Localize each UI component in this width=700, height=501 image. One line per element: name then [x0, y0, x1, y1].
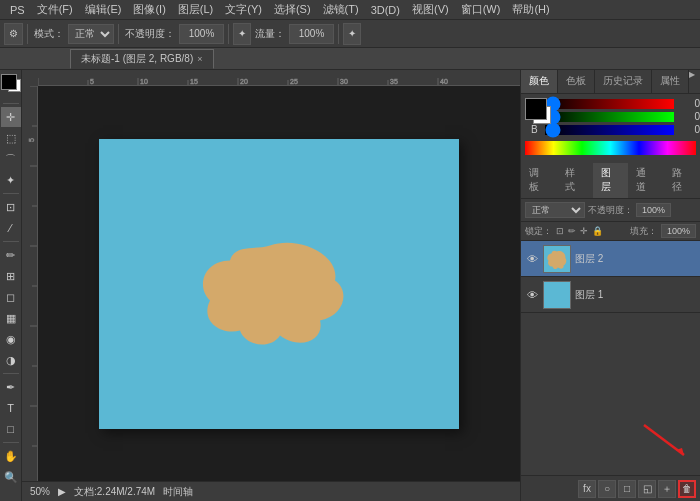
pen-tool[interactable]: ✒: [1, 377, 21, 397]
opacity-label: 不透明度：: [123, 27, 177, 41]
tab-close-btn[interactable]: ×: [197, 54, 202, 64]
layers-list: 👁 图层 2 👁 图层 1: [521, 241, 700, 475]
svg-text:15: 15: [190, 78, 198, 85]
tab-title: 未标题-1 (图层 2, RGB/8): [81, 52, 193, 66]
history-tab[interactable]: 历史记录: [595, 70, 652, 93]
mode-select[interactable]: 正常: [68, 24, 114, 44]
extra-btn[interactable]: ✦: [343, 23, 361, 45]
menu-file[interactable]: 文件(F): [31, 0, 79, 19]
red-channel: R 0: [531, 98, 700, 109]
tabbar: 未标题-1 (图层 2, RGB/8) ×: [0, 48, 700, 70]
eyedropper-tool[interactable]: ⁄: [1, 218, 21, 238]
tools-sep-2: [3, 241, 19, 242]
vertical-ruler: 5: [22, 86, 38, 481]
menu-type[interactable]: 文字(Y): [219, 0, 268, 19]
left-tools-panel: ✛ ⬚ ⌒ ✦ ⊡ ⁄ ✏ ⊞ ◻ ▦ ◉ ◑ ✒ T □ ✋ 🔍: [0, 70, 22, 501]
menu-help[interactable]: 帮助(H): [506, 0, 555, 19]
g-slider[interactable]: [545, 112, 674, 122]
delete-layer-btn[interactable]: 🗑: [678, 480, 696, 498]
lock-all-icon[interactable]: 🔒: [592, 226, 603, 236]
crop-tool[interactable]: ⊡: [1, 197, 21, 217]
new-fill-btn[interactable]: ○: [598, 480, 616, 498]
lock-move-icon[interactable]: ✛: [580, 226, 588, 236]
layer-item-2[interactable]: 👁 图层 2: [521, 241, 700, 277]
document-tab[interactable]: 未标题-1 (图层 2, RGB/8) ×: [70, 49, 214, 69]
mode-label: 模式：: [32, 27, 66, 41]
swatches-tab[interactable]: 色板: [558, 70, 595, 93]
menu-view[interactable]: 视图(V): [406, 0, 455, 19]
channels-tab[interactable]: 通道: [628, 163, 664, 198]
canvas-area: 5 10 15 20 25 30 35 40 5: [22, 70, 520, 501]
layers-bottom-bar: fx ○ □ ◱ ＋ 🗑: [521, 475, 700, 501]
flow-label: 流量：: [253, 27, 287, 41]
color-spectrum[interactable]: [525, 141, 696, 155]
canvas-document[interactable]: [99, 139, 459, 429]
lasso-tool[interactable]: ⌒: [1, 149, 21, 169]
fill-input[interactable]: [661, 224, 696, 238]
layers-tab[interactable]: 图层: [593, 163, 629, 198]
menu-3d[interactable]: 3D(D): [365, 2, 406, 18]
b-value: 0: [678, 124, 700, 135]
brush-tool[interactable]: ✏: [1, 245, 21, 265]
flow-input[interactable]: [289, 24, 334, 44]
styles-tab[interactable]: 样式: [557, 163, 593, 198]
layer-2-eye[interactable]: 👁: [525, 252, 539, 266]
type-tool[interactable]: T: [1, 398, 21, 418]
menu-layer[interactable]: 图层(L): [172, 0, 219, 19]
color-tab[interactable]: 颜色: [521, 70, 558, 93]
svg-text:30: 30: [340, 78, 348, 85]
svg-text:35: 35: [390, 78, 398, 85]
hand-tool[interactable]: ✋: [1, 446, 21, 466]
dodge-tool[interactable]: ◑: [1, 350, 21, 370]
group-btn[interactable]: ◱: [638, 480, 656, 498]
fg-swatch[interactable]: [525, 98, 547, 120]
opacity-ctrl-input[interactable]: [636, 203, 671, 217]
menu-filter[interactable]: 滤镜(T): [317, 0, 365, 19]
tool-options-btn[interactable]: ⚙: [4, 23, 23, 45]
lock-transparency-icon[interactable]: ⊡: [556, 226, 564, 236]
main-layout: ✛ ⬚ ⌒ ✦ ⊡ ⁄ ✏ ⊞ ◻ ▦ ◉ ◑ ✒ T □ ✋ 🔍 5: [0, 70, 700, 501]
ruler-corner: [22, 70, 38, 86]
layer-1-eye[interactable]: 👁: [525, 288, 539, 302]
lock-paint-icon[interactable]: ✏: [568, 226, 576, 236]
zoom-tool[interactable]: 🔍: [1, 467, 21, 487]
airbrush-btn[interactable]: ✦: [233, 23, 251, 45]
fx-button[interactable]: fx: [578, 480, 596, 498]
tools-sep-4: [3, 442, 19, 443]
eraser-tool[interactable]: ◻: [1, 287, 21, 307]
menu-image[interactable]: 图像(I): [127, 0, 171, 19]
opacity-input[interactable]: [179, 24, 224, 44]
horizontal-ruler: 5 10 15 20 25 30 35 40: [38, 70, 520, 86]
gradient-tool[interactable]: ▦: [1, 308, 21, 328]
blend-mode-select[interactable]: 正常: [525, 202, 585, 218]
menu-ps[interactable]: PS: [4, 2, 31, 18]
paths-tab[interactable]: 路径: [664, 163, 700, 198]
mask-btn[interactable]: □: [618, 480, 636, 498]
shape-tool[interactable]: □: [1, 419, 21, 439]
status-extra: 时间轴: [163, 485, 193, 499]
doc-info: 文档:2.24M/2.74M: [74, 485, 155, 499]
wand-tool[interactable]: ✦: [1, 170, 21, 190]
layers-panel-tabs: 调板 样式 图层 通道 路径: [521, 163, 700, 199]
move-tool[interactable]: ✛: [1, 107, 21, 127]
r-slider[interactable]: [545, 99, 674, 109]
properties-tab[interactable]: 属性: [652, 70, 689, 93]
adjustment-tab[interactable]: 调板: [521, 163, 557, 198]
layer-1-name: 图层 1: [575, 288, 696, 302]
b-slider[interactable]: [545, 125, 674, 135]
foreground-color-swatch[interactable]: [1, 74, 17, 90]
menu-select[interactable]: 选择(S): [268, 0, 317, 19]
r-value: 0: [678, 98, 700, 109]
marquee-tool[interactable]: ⬚: [1, 128, 21, 148]
new-layer-btn[interactable]: ＋: [658, 480, 676, 498]
layer-item-1[interactable]: 👁 图层 1: [521, 277, 700, 313]
menu-edit[interactable]: 编辑(E): [79, 0, 128, 19]
canvas-viewport[interactable]: [38, 86, 520, 481]
menu-window[interactable]: 窗口(W): [455, 0, 507, 19]
status-bar: 50% ▶ 文档:2.24M/2.74M 时间轴: [22, 481, 520, 501]
blur-tool[interactable]: ◉: [1, 329, 21, 349]
stamp-tool[interactable]: ⊞: [1, 266, 21, 286]
green-channel: G 0: [531, 111, 700, 122]
svg-text:20: 20: [240, 78, 248, 85]
panel-expand-btn[interactable]: ▶: [689, 70, 699, 93]
